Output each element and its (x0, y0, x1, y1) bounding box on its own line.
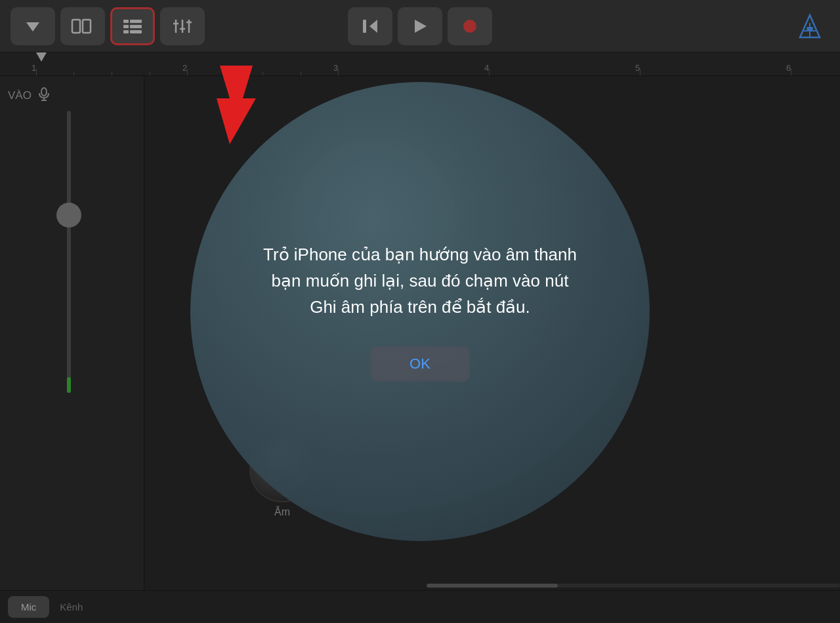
dialog-message: Trỏ iPhone của bạn hướng vào âm thanh bạ… (262, 241, 578, 321)
dialog-circle: Trỏ iPhone của bạn hướng vào âm thanh bạ… (190, 82, 650, 541)
dialog-ok-button[interactable]: OK (370, 346, 470, 382)
arrow-annotation (190, 59, 269, 144)
svg-marker-27 (217, 66, 256, 144)
annotation-arrow (190, 59, 276, 151)
overlay: Trỏ iPhone của bạn hướng vào âm thanh bạ… (0, 0, 840, 623)
